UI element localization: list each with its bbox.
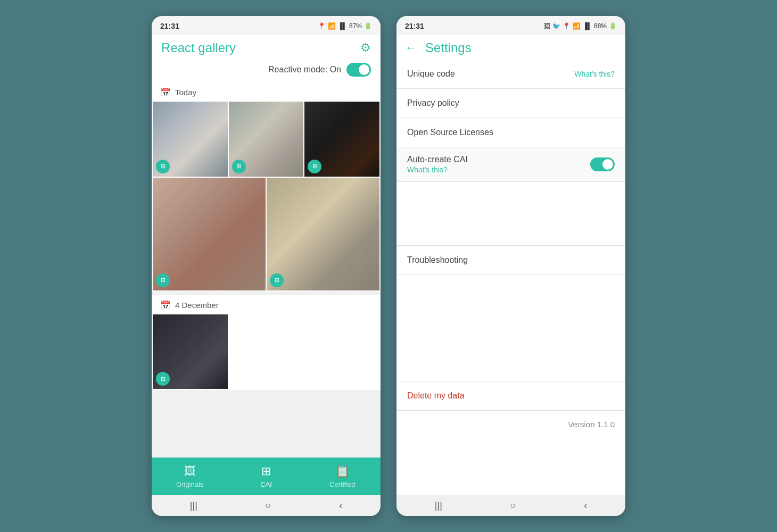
today-text: Today [175, 88, 196, 97]
system-bar-2: ||| ○ ‹ [396, 495, 625, 516]
battery-icon-2: 🔋 [609, 22, 617, 30]
settings-row-delete[interactable]: Delete my data [396, 381, 625, 411]
cai-icon: ⊞ [261, 464, 271, 478]
settings-row-privacy[interactable]: Privacy policy [396, 89, 625, 118]
settings-row-licenses[interactable]: Open Source Licenses [396, 118, 625, 147]
december-label: 📅 4 December [152, 295, 381, 314]
certified-label: Certified [329, 480, 355, 488]
battery-icon-1: 🔋 [364, 22, 372, 30]
privacy-label: Privacy policy [407, 98, 459, 108]
photo-overlay-1: ⊞ [156, 160, 170, 173]
calendar-icon-dec: 📅 [160, 300, 171, 310]
gallery-content: 📅 Today ⊞ ⊞ ⊞ [152, 82, 381, 458]
settings-header: ← Settings [396, 35, 625, 60]
wifi-icon: 📶 [328, 22, 336, 30]
phone-gallery: 21:31 📍 📶 ▐▌ 87% 🔋 React gallery ⚙ React… [152, 16, 381, 516]
system-bar-1: ||| ○ ‹ [152, 495, 381, 516]
sys-btn-home-1[interactable]: ○ [266, 500, 271, 511]
certified-icon: 📋 [335, 464, 350, 478]
twitter-icon: 🐦 [552, 22, 560, 30]
sys-btn-back-1[interactable]: ‹ [339, 500, 342, 511]
photo-cell-5[interactable]: ⊞ [267, 178, 379, 290]
photo-overlay-5: ⊞ [270, 273, 284, 287]
settings-title: Settings [425, 40, 472, 55]
location-icon-2: 📍 [563, 22, 571, 30]
version-row: Version 1.1.0 [396, 411, 625, 437]
licenses-label: Open Source Licenses [407, 128, 493, 137]
version-text: Version 1.1.0 [568, 420, 615, 429]
bottom-nav-gallery: 🖼 Originals ⊞ CAI 📋 Certified [152, 458, 381, 495]
settings-row-troubleshooting[interactable]: Troubleshooting [396, 246, 625, 275]
photo-cell-4[interactable]: ⊞ [153, 178, 266, 290]
today-section: 📅 Today ⊞ ⊞ ⊞ [152, 82, 381, 292]
signal-icon-2: ▐▌ [583, 22, 592, 30]
photo-overlay-2: ⊞ [232, 160, 246, 173]
gear-icon[interactable]: ⚙ [360, 41, 371, 55]
phone-settings: 21:31 🖼 🐦 📍 📶 ▐▌ 88% 🔋 ← Settings Unique… [396, 16, 625, 516]
auto-cai-label: Auto-create CAI [407, 155, 468, 164]
reactive-mode-toggle[interactable] [346, 63, 371, 77]
back-arrow-icon[interactable]: ← [405, 41, 417, 55]
auto-cai-whats-this[interactable]: What's this? [407, 165, 468, 174]
battery-1: 87% [349, 22, 362, 30]
photo-cell-6[interactable]: ⊞ [153, 314, 228, 389]
calendar-icon-today: 📅 [160, 87, 171, 97]
today-photo-grid-row1: ⊞ ⊞ ⊞ [152, 102, 381, 178]
status-icons-1: 📍 📶 ▐▌ 87% 🔋 [318, 22, 372, 30]
troubleshooting-label: Troubleshooting [407, 255, 468, 265]
photo-cell-1[interactable]: ⊞ [153, 102, 228, 177]
battery-2: 88% [594, 22, 607, 30]
photo-overlay-6: ⊞ [156, 372, 170, 386]
originals-label: Originals [176, 480, 203, 488]
settings-row-auto-cai: Auto-create CAI What's this? [396, 147, 625, 182]
reactive-mode-bar: Reactive mode: On [152, 60, 381, 82]
auto-cai-left: Auto-create CAI What's this? [407, 155, 468, 174]
location-icon: 📍 [318, 22, 326, 30]
gallery-header: React gallery ⚙ [152, 35, 381, 60]
gallery-title: React gallery [161, 40, 236, 55]
status-time-1: 21:31 [160, 22, 179, 30]
photo-overlay-4: ⊞ [156, 273, 170, 287]
nav-item-originals[interactable]: 🖼 Originals [152, 458, 228, 495]
wifi-icon-2: 📶 [573, 22, 581, 30]
sys-btn-recent-2[interactable]: ||| [435, 500, 442, 511]
status-time-2: 21:31 [405, 22, 424, 30]
unique-code-label: Unique code [407, 69, 455, 79]
auto-cai-toggle[interactable] [590, 157, 615, 171]
status-icons-2: 🖼 🐦 📍 📶 ▐▌ 88% 🔋 [544, 22, 617, 30]
photo-cell-2[interactable]: ⊞ [229, 102, 304, 177]
spacer-1 [396, 182, 625, 246]
december-photo-grid: ⊞ [152, 314, 381, 390]
originals-icon: 🖼 [184, 464, 196, 478]
settings-content: Unique code What's this? Privacy policy … [396, 60, 625, 495]
nav-item-cai[interactable]: ⊞ CAI [228, 458, 304, 495]
december-text: 4 December [175, 301, 219, 310]
delete-label: Delete my data [407, 391, 465, 401]
nav-item-certified[interactable]: 📋 Certified [304, 458, 381, 495]
today-photo-grid-row2: ⊞ ⊞ [152, 178, 381, 292]
december-section: 📅 4 December ⊞ [152, 295, 381, 390]
status-bar-settings: 21:31 🖼 🐦 📍 📶 ▐▌ 88% 🔋 [396, 16, 625, 35]
today-label: 📅 Today [152, 82, 381, 102]
reactive-mode-label: Reactive mode: On [268, 65, 341, 74]
unique-code-action[interactable]: What's this? [574, 70, 615, 78]
spacer-2 [396, 275, 625, 381]
settings-row-unique-code[interactable]: Unique code What's this? [396, 60, 625, 89]
signal-icon: ▐▌ [338, 22, 347, 30]
gallery-icon: 🖼 [544, 22, 550, 30]
sys-btn-recent-1[interactable]: ||| [190, 500, 197, 511]
sys-btn-home-2[interactable]: ○ [510, 500, 516, 511]
cai-label: CAI [260, 480, 272, 488]
sys-btn-back-2[interactable]: ‹ [584, 500, 587, 511]
photo-overlay-3: ⊞ [308, 160, 321, 173]
photo-cell-3[interactable]: ⊞ [304, 102, 379, 177]
status-bar-gallery: 21:31 📍 📶 ▐▌ 87% 🔋 [152, 16, 381, 35]
